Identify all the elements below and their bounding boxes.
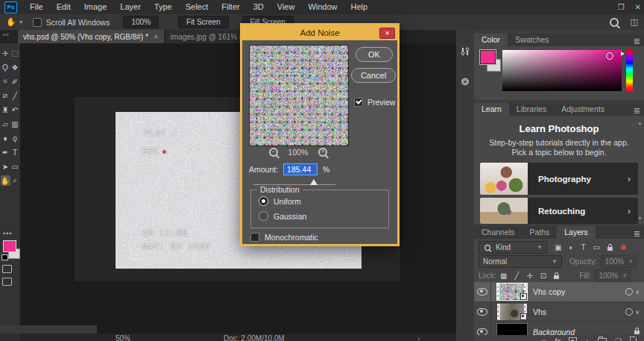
status-zoom-level[interactable]: 50% <box>116 334 130 341</box>
path-selection-tool[interactable]: ➤ <box>1 161 10 172</box>
link-layers-icon[interactable]: ∞ <box>542 337 546 341</box>
layer-name[interactable]: Vhs <box>533 307 546 316</box>
filter-type-layers-icon[interactable]: T <box>581 243 586 251</box>
layer-style-fx-icon[interactable]: fx <box>555 337 561 341</box>
opacity-input[interactable]: 100% ▼ <box>601 255 637 268</box>
default-colors-icon[interactable] <box>1 254 8 260</box>
scroll-all-windows-checkbox[interactable] <box>33 18 42 27</box>
rectangular-marquee-tool[interactable]: ⬚ <box>10 48 20 58</box>
tab-paths[interactable]: Paths <box>522 226 557 239</box>
smart-filter-icon[interactable] <box>625 308 633 316</box>
tab-swatches[interactable]: Swatches <box>508 34 557 46</box>
clone-stamp-tool[interactable]: ♜ <box>1 104 10 115</box>
blend-mode-dropdown[interactable]: Normal ▼ <box>479 255 562 268</box>
hand-tool[interactable]: ✋ <box>1 175 10 186</box>
color-picker-ring-icon[interactable] <box>606 52 613 60</box>
crop-tool[interactable]: ⌗ <box>1 76 10 87</box>
scroll-up-icon[interactable]: ▲ <box>637 120 643 125</box>
panel-menu-icon[interactable]: ≣ <box>634 106 640 116</box>
scroll-down-icon[interactable]: ▼ <box>637 216 643 221</box>
menu-view[interactable]: View <box>271 0 302 14</box>
workspace-switcher-icon[interactable]: ◫ <box>631 17 638 27</box>
cancel-button[interactable]: Cancel <box>351 68 396 83</box>
tool-preset-chevron-icon[interactable]: ▼ <box>19 19 24 25</box>
tab-libraries[interactable]: Libraries <box>509 103 554 116</box>
zoom-tool[interactable]: ⌕ <box>10 175 20 186</box>
gradient-tool[interactable]: ▥ <box>10 119 20 129</box>
blur-tool[interactable]: ♦ <box>1 133 10 143</box>
layer-visibility-toggle[interactable] <box>474 302 491 322</box>
screen-mode-icon[interactable] <box>2 278 12 286</box>
learn-topic-retouching[interactable]: Retouching › <box>480 198 638 224</box>
history-brush-tool[interactable]: ↶ <box>10 104 20 115</box>
zoom-100-button[interactable]: 100% <box>123 16 159 28</box>
tab-channels[interactable]: Channels <box>474 226 522 239</box>
lock-position-icon[interactable]: ✛ <box>526 272 532 280</box>
lock-all-icon[interactable] <box>554 275 559 279</box>
fill-input[interactable]: 100% ▼ <box>595 269 631 282</box>
expand-smart-filters-icon[interactable]: ∨ <box>635 309 640 316</box>
tab-learn[interactable]: Learn <box>474 103 509 116</box>
layer-name[interactable]: Vhs copy <box>533 287 565 296</box>
menu-help[interactable]: Help <box>344 0 375 14</box>
properties-panel-icon[interactable] <box>456 40 474 63</box>
window-restore-button[interactable]: ❐ <box>618 3 625 11</box>
add-layer-mask-icon[interactable] <box>569 337 577 341</box>
edit-toolbar-ellipsis-icon[interactable]: ••• <box>3 230 12 237</box>
menu-layer[interactable]: Layer <box>113 0 148 14</box>
pen-tool[interactable]: ✒ <box>1 147 10 157</box>
window-close-button[interactable]: ✕ <box>635 3 641 11</box>
hue-strip[interactable] <box>626 50 633 91</box>
spot-healing-brush-tool[interactable]: ⧄ <box>1 90 10 101</box>
brush-tool[interactable]: ╱ <box>10 90 20 101</box>
dodge-tool[interactable]: ϙ <box>10 133 20 143</box>
smart-filter-icon[interactable] <box>625 288 633 295</box>
menu-file[interactable]: File <box>23 0 50 14</box>
panel-menu-icon[interactable]: ≣ <box>634 229 640 239</box>
status-more-chevron-icon[interactable]: › <box>417 334 420 341</box>
tab-adjustments[interactable]: Adjustments <box>554 103 612 116</box>
menu-select[interactable]: Select <box>179 0 215 14</box>
monochromatic-checkbox[interactable] <box>250 233 259 242</box>
zoom-out-icon[interactable]: − <box>269 148 278 157</box>
close-tab-icon[interactable]: ✕ <box>154 34 159 40</box>
menu-image[interactable]: Image <box>78 0 114 14</box>
dialog-title-bar[interactable]: Add Noise ✕ <box>242 25 397 40</box>
layer-row-vhs-copy[interactable]: Vhs copy ∨ <box>474 282 644 302</box>
layer-visibility-toggle[interactable] <box>474 282 491 301</box>
document-tab-vhs[interactable]: vhs.psd @ 50% (Vhs copy, RGB/8#) * ✕ <box>18 30 164 43</box>
filter-shape-layers-icon[interactable]: ▭ <box>593 243 600 251</box>
zoom-in-icon[interactable]: + <box>318 148 327 157</box>
object-selection-tool[interactable]: ❖ <box>10 62 20 72</box>
search-icon[interactable] <box>610 18 619 27</box>
layer-thumbnail[interactable] <box>497 284 527 300</box>
menu-type[interactable]: Type <box>148 0 179 14</box>
amount-slider-thumb[interactable] <box>310 179 318 185</box>
foreground-color-swatch[interactable] <box>3 240 16 252</box>
filter-image-layers-icon[interactable]: ▣ <box>555 243 561 251</box>
hand-tool-icon[interactable]: ✋ <box>6 17 16 27</box>
new-layer-icon[interactable]: ❏ <box>615 337 622 341</box>
amount-input[interactable]: 185.44 <box>283 163 318 175</box>
filter-smart-objects-icon[interactable] <box>607 247 613 251</box>
lock-image-pixels-icon[interactable]: ╱ <box>514 272 519 280</box>
actions-panel-icon[interactable]: ❂ <box>456 70 474 93</box>
rectangle-tool[interactable]: ▭ <box>10 161 20 172</box>
noise-preview-image[interactable] <box>249 45 349 146</box>
color-gradient-field[interactable] <box>502 50 622 91</box>
foreground-color-swatch[interactable] <box>480 50 496 64</box>
layer-filter-toggle-icon[interactable] <box>621 245 626 250</box>
tab-layers[interactable]: Layers <box>557 226 596 239</box>
menu-edit[interactable]: Edit <box>50 0 78 14</box>
layer-row-vhs[interactable]: Vhs ∨ <box>474 302 644 322</box>
panel-menu-icon[interactable]: ≣ <box>634 37 640 46</box>
learn-topic-photography[interactable]: Photography › <box>480 163 638 195</box>
quick-mask-mode-icon[interactable] <box>2 265 12 273</box>
type-tool[interactable]: T <box>10 147 20 157</box>
menu-3d[interactable]: 3D <box>247 0 271 14</box>
ok-button[interactable]: OK <box>356 47 393 62</box>
uniform-radio[interactable] <box>259 196 268 206</box>
filter-adjustment-layers-icon[interactable]: ◐ <box>569 243 573 251</box>
lock-transparent-pixels-icon[interactable]: ▦ <box>500 272 507 280</box>
eyedropper-tool[interactable]: ✐ <box>10 76 20 87</box>
